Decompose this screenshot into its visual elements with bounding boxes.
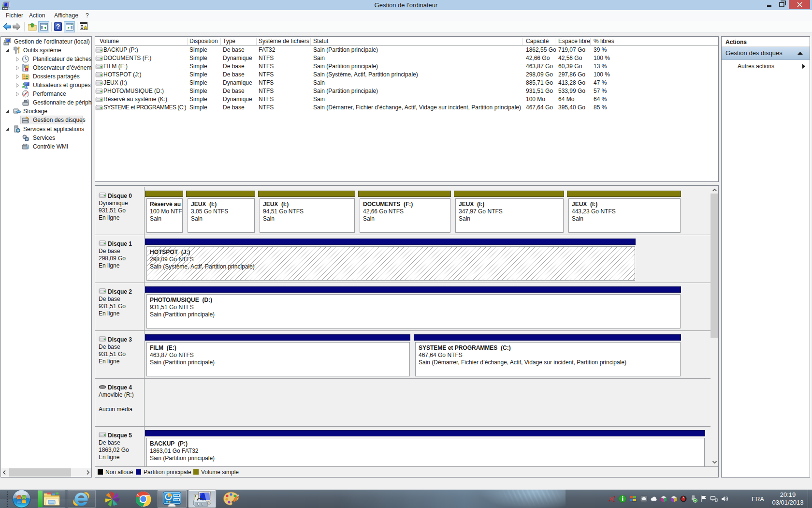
svg-text:?: ? xyxy=(56,23,60,30)
svg-text:!: ! xyxy=(26,68,27,71)
